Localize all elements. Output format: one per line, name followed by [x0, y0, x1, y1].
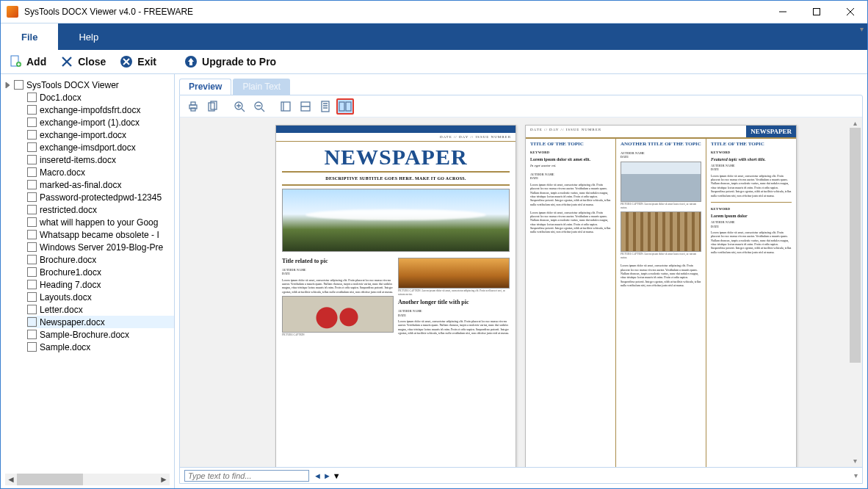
checkbox[interactable]: [27, 167, 37, 177]
zoom-in-button[interactable]: [231, 98, 248, 115]
main-area: Preview Plain Text: [175, 74, 867, 488]
tree-item[interactable]: Heading 7.docx: [27, 278, 174, 291]
checkbox[interactable]: [14, 80, 23, 90]
tree-item[interactable]: Brochure.docx: [27, 253, 174, 266]
scroll-down-icon[interactable]: ▾: [853, 457, 857, 466]
checkbox[interactable]: [27, 305, 37, 314]
checkbox[interactable]: [27, 267, 37, 277]
find-options-button[interactable]: ▼: [333, 471, 341, 480]
tree-item[interactable]: Brochure1.docx: [27, 266, 174, 278]
doc-toolbar: [180, 95, 862, 117]
menu-help[interactable]: Help: [58, 23, 119, 50]
checkbox[interactable]: [27, 105, 37, 115]
find-input[interactable]: [184, 470, 309, 482]
tree-item[interactable]: exchange-imsdport.docx: [27, 141, 174, 153]
tree-item-label: Newspaper.docx: [40, 317, 105, 327]
scroll-thumb[interactable]: [17, 474, 83, 485]
svg-rect-26: [281, 102, 290, 111]
tree-item[interactable]: exchange-impofdsfrt.docx: [27, 104, 174, 116]
add-button[interactable]: Add: [8, 54, 46, 69]
zoom-out-button[interactable]: [250, 98, 268, 115]
p2c2-cap2: PICTURE CAPTION. Lorem ipsum dolor sit a…: [621, 253, 701, 259]
collapse-icon[interactable]: [5, 82, 12, 89]
svg-rect-30: [322, 101, 329, 112]
find-menu-icon[interactable]: ▾: [854, 471, 858, 479]
checkbox[interactable]: [27, 117, 37, 127]
close-file-button[interactable]: Close: [59, 54, 106, 69]
checkbox[interactable]: [27, 230, 37, 239]
sidebar-hscrollbar[interactable]: ◄ ►: [5, 474, 170, 485]
checkbox[interactable]: [27, 217, 37, 227]
menu-file[interactable]: File: [1, 23, 58, 50]
close-button[interactable]: [833, 1, 867, 23]
tree-item-label: exchange-imsdport.docx: [40, 142, 136, 153]
scroll-left-icon[interactable]: ◄: [5, 474, 17, 485]
scroll-up-icon[interactable]: ▴: [853, 119, 857, 128]
checkbox[interactable]: [27, 255, 37, 264]
tree-item-label: Password-protectedpwd-12345: [40, 192, 162, 203]
window-title: SysTools DOCX Viewer v4.0 - FREEWARE: [24, 7, 766, 17]
col1-author: AUTHOR NAME: [282, 268, 306, 272]
tree-item[interactable]: Doc1.docx: [27, 91, 174, 104]
fit-width-button[interactable]: [297, 98, 314, 115]
actual-size-button[interactable]: [277, 98, 294, 115]
find-next-button[interactable]: ►: [323, 471, 331, 480]
find-prev-button[interactable]: ◄: [314, 471, 322, 480]
add-icon: [8, 54, 23, 69]
checkbox[interactable]: [27, 93, 37, 102]
tree-item[interactable]: Sample.docx: [27, 341, 174, 353]
tree-item[interactable]: exchange-import.docx: [27, 128, 174, 141]
p2c3-date2: DATE: [711, 225, 792, 228]
tree-item-label: Sample.docx: [40, 342, 90, 352]
tree-item-label: Letter.docx: [40, 305, 83, 315]
tree-item[interactable]: Letter.docx: [27, 303, 174, 316]
file-tree-sidebar: SysTools DOCX Viewer Doc1.docxexchange-i…: [1, 74, 175, 488]
minimize-button[interactable]: [766, 1, 800, 23]
tree-root-item[interactable]: SysTools DOCX Viewer: [5, 79, 174, 91]
tree-item[interactable]: Whatsapp became obsolete - I: [27, 228, 174, 241]
tree-item[interactable]: Macro.docx: [27, 166, 174, 178]
tree-item[interactable]: marked-as-final.docx: [27, 178, 174, 191]
tree-item-label: Heading 7.docx: [40, 280, 101, 290]
p2c3-kw: KEYWORD: [711, 151, 792, 155]
tab-preview[interactable]: Preview: [179, 79, 231, 95]
svg-rect-34: [339, 102, 344, 111]
p2c2-title: ANOTHER TITLE OF THE TOPIC: [621, 142, 701, 148]
upgrade-button[interactable]: Upgrade to Pro: [184, 54, 276, 69]
checkbox[interactable]: [27, 342, 37, 352]
checkbox[interactable]: [27, 330, 37, 339]
tree-item-label: Brochure.docx: [40, 255, 96, 265]
tree-item[interactable]: Windows Server 2019-Blog-Pre: [27, 241, 174, 253]
checkbox[interactable]: [27, 292, 37, 302]
checkbox[interactable]: [27, 180, 37, 189]
tree-item[interactable]: Newspaper.docx: [27, 316, 174, 328]
vscroll-thumb[interactable]: [850, 128, 861, 363]
tree-item[interactable]: Sample-Brochure.docx: [27, 328, 174, 341]
maximize-button[interactable]: [800, 1, 833, 23]
tree-item[interactable]: restricted.docx: [27, 203, 174, 216]
checkbox[interactable]: [27, 142, 37, 152]
tree-item[interactable]: Password-protectedpwd-12345: [27, 191, 174, 203]
checkbox[interactable]: [27, 242, 37, 252]
checkbox[interactable]: [27, 317, 37, 327]
checkbox[interactable]: [27, 130, 37, 140]
checkbox[interactable]: [27, 155, 37, 164]
close-x-icon: [59, 54, 74, 69]
tree-item[interactable]: what will happen to your Goog: [27, 216, 174, 228]
scroll-right-icon[interactable]: ►: [158, 474, 170, 485]
checkbox[interactable]: [27, 205, 37, 214]
preview-viewer[interactable]: DATE // DAY // ISSUE NUMBER NEWSPAPER DE…: [180, 117, 862, 467]
tree-item[interactable]: Layouts.docx: [27, 291, 174, 303]
exit-button[interactable]: Exit: [119, 54, 156, 69]
tree-item-label: inseretd-items.docx: [40, 155, 116, 165]
print-button[interactable]: [184, 98, 202, 115]
tab-plain-text[interactable]: Plain Text: [233, 79, 290, 95]
checkbox[interactable]: [27, 280, 37, 289]
checkbox[interactable]: [27, 192, 37, 202]
two-page-button[interactable]: [336, 98, 354, 115]
tree-item[interactable]: inseretd-items.docx: [27, 153, 174, 166]
viewer-vscrollbar[interactable]: ▴ ▾: [850, 119, 861, 466]
tree-item[interactable]: exchange-import (1).docx: [27, 116, 174, 128]
copy-button[interactable]: [204, 98, 222, 115]
fit-page-button[interactable]: [317, 98, 334, 115]
